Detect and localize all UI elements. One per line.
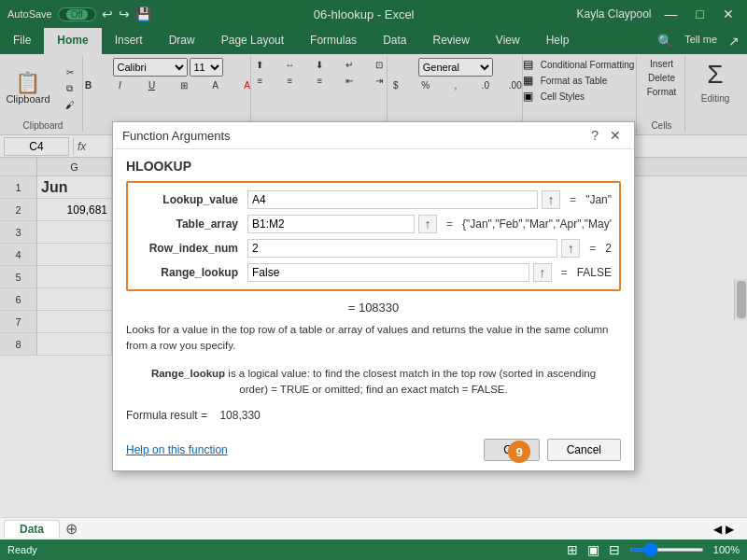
- arg-row-range-lookup: Range_lookup ↑ = FALSE: [135, 263, 612, 282]
- arg-label-row-index-num: Row_index_num: [135, 242, 247, 255]
- zoom-level: 100%: [713, 544, 740, 555]
- add-sheet-button[interactable]: ⊕: [60, 520, 83, 538]
- dialog-titlebar: Function Arguments ? ✕: [113, 122, 634, 149]
- arg-collapse-lookup-value[interactable]: ↑: [542, 190, 560, 209]
- dialog-buttons: OK Cancel: [484, 439, 621, 461]
- arg-input-wrap-row-index-num: ↑ = 2: [247, 239, 612, 258]
- help-link[interactable]: Help on this function: [126, 443, 228, 456]
- page-layout-icon[interactable]: ▣: [587, 542, 599, 557]
- range-lookup-description: is a logical value: to find the closest …: [228, 368, 596, 395]
- arg-row-lookup-value: Lookup_value ↑ = "Jan": [135, 190, 612, 209]
- arg-collapse-row-index-num[interactable]: ↑: [561, 239, 580, 258]
- dialog-footer: Help on this function OK Cancel: [113, 435, 634, 470]
- status-right: ⊞ ▣ ⊟ 100%: [567, 542, 740, 557]
- arg-result-range-lookup: FALSE: [577, 266, 612, 279]
- formula-result-label: Formula result =: [126, 409, 207, 422]
- range-lookup-desc: Range_lookup is a logical value: to find…: [126, 362, 621, 402]
- scroll-right-icon[interactable]: ▶: [726, 523, 734, 536]
- arg-input-row-index-num[interactable]: [247, 239, 557, 258]
- arg-label-table-array: Table_array: [135, 217, 247, 231]
- dialog-controls: ? ✕: [587, 128, 625, 143]
- arg-row-table-array: Table_array ↑ = {"Jan","Feb","Mar","Apr"…: [135, 215, 612, 233]
- formula-result-eq: = 108330: [126, 301, 621, 315]
- status-bar: Ready ⊞ ▣ ⊟ 100%: [0, 539, 747, 560]
- formula-result-line: Formula result = 108,330: [126, 409, 621, 422]
- cancel-button[interactable]: Cancel: [547, 439, 621, 461]
- sheet-tab-data[interactable]: Data: [4, 520, 60, 538]
- arg-result-row-index-num: 2: [605, 242, 612, 255]
- badge-9: 9: [508, 441, 530, 463]
- range-lookup-term: Range_lookup: [151, 368, 225, 379]
- sheet-tabs-bar: Data ⊕ ◀ ▶: [0, 517, 747, 539]
- function-arguments-dialog: Function Arguments ? ✕ HLOOKUP Lookup_va…: [112, 121, 635, 471]
- arg-input-table-array[interactable]: [247, 215, 415, 233]
- dialog-body: HLOOKUP Lookup_value ↑ = "Jan" Table_arr…: [113, 149, 634, 435]
- formula-result-value: 108,330: [219, 409, 260, 422]
- function-name: HLOOKUP: [126, 159, 621, 174]
- description-section: Looks for a value in the top row of a ta…: [126, 322, 621, 355]
- arg-collapse-range-lookup[interactable]: ↑: [533, 263, 552, 282]
- scroll-left-icon[interactable]: ◀: [713, 523, 722, 536]
- description-text: Looks for a value in the top row of a ta…: [126, 324, 609, 351]
- grid-view-icon[interactable]: ⊞: [567, 542, 578, 557]
- arg-input-wrap-table-array: ↑ = {"Jan","Feb","Mar","Apr","May","Jun"…: [247, 215, 612, 233]
- arg-input-wrap-range-lookup: ↑ = FALSE: [247, 263, 612, 282]
- arg-result-lookup-value: "Jan": [585, 193, 612, 206]
- zoom-slider[interactable]: [629, 548, 704, 552]
- arg-label-lookup-value: Lookup_value: [135, 193, 247, 206]
- status-ready: Ready: [7, 544, 37, 555]
- arg-input-range-lookup[interactable]: [247, 263, 529, 282]
- arg-input-wrap-lookup-value: ↑ = "Jan": [247, 190, 612, 209]
- arg-row-row-index-num: Row_index_num ↑ = 2: [135, 239, 612, 258]
- dialog-close-button[interactable]: ✕: [606, 128, 625, 143]
- arg-collapse-table-array[interactable]: ↑: [418, 215, 437, 233]
- dialog-title: Function Arguments: [122, 129, 231, 143]
- arg-input-lookup-value[interactable]: [247, 190, 538, 209]
- arguments-container: Lookup_value ↑ = "Jan" Table_array ↑ =: [126, 181, 621, 291]
- dialog-help-button[interactable]: ?: [587, 128, 602, 143]
- dialog-overlay: Function Arguments ? ✕ HLOOKUP Lookup_va…: [0, 0, 747, 560]
- arg-result-table-array: {"Jan","Feb","Mar","Apr","May","Jun","Ju: [462, 217, 612, 231]
- arg-label-range-lookup: Range_lookup: [135, 266, 247, 279]
- page-break-icon[interactable]: ⊟: [609, 542, 620, 557]
